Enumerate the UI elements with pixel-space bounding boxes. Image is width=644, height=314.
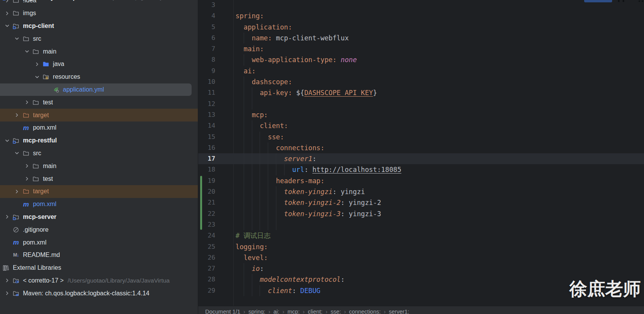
breadcrumb-item[interactable]: server1: (389, 309, 409, 314)
code-line-7[interactable]: 7 main: (198, 43, 644, 54)
tree-chevron[interactable] (22, 48, 31, 55)
tree-chevron[interactable] (32, 73, 42, 80)
code-line-19[interactable]: 19 headers-map: (198, 175, 644, 186)
breadcrumb-item[interactable]: sse: (331, 309, 341, 314)
tree-chevron[interactable] (22, 99, 31, 106)
chevron-right-icon[interactable] (4, 290, 10, 296)
chevron-right-icon[interactable] (4, 10, 10, 16)
tree-item-.gitignore[interactable]: .gitignore (0, 223, 198, 236)
code-line-10[interactable]: 10 dashscope: (198, 76, 644, 87)
code-line-5[interactable]: 5 application: (198, 22, 644, 33)
tree-chevron[interactable] (2, 0, 12, 4)
run-widget-fragment[interactable] (584, 0, 612, 2)
code-line-13[interactable]: 13 mcp: (198, 109, 644, 120)
code-area[interactable]: 34spring:5 application:6 name: mcp-clien… (198, 0, 644, 296)
tree-chevron[interactable] (2, 10, 12, 17)
chevron-down-icon[interactable] (4, 138, 10, 144)
code-line-23[interactable]: 23 (198, 219, 644, 230)
tree-chevron[interactable] (2, 213, 12, 220)
chevron-right-icon[interactable] (24, 176, 30, 182)
more-menu-fragment[interactable] (639, 0, 644, 2)
code-line-26[interactable]: 26 level: (198, 252, 644, 263)
tree-chevron[interactable] (12, 112, 22, 119)
chevron-down-icon[interactable] (14, 36, 20, 42)
tree-item-main[interactable]: main (0, 45, 198, 58)
chevron-right-icon[interactable] (4, 214, 10, 220)
code-line-12[interactable]: 12 (198, 99, 644, 109)
tree-item-src[interactable]: src (0, 147, 198, 160)
code-line-4[interactable]: 4spring: (198, 10, 644, 21)
code-line-11[interactable]: 11 api-key: ${DASHSCOPE_API_KEY} (198, 87, 644, 98)
tree-chevron[interactable] (2, 137, 12, 144)
tree-item--corretto-17-[interactable]: < corretto-17 >/Users/guotao/Library/Jav… (0, 274, 198, 287)
code-line-14[interactable]: 14 client: (198, 120, 644, 131)
tree-item-mcp-server[interactable]: mcp-server (0, 211, 198, 224)
editor-pane[interactable]: 34spring:5 application:6 name: mcp-clien… (198, 0, 644, 314)
chevron-right-icon[interactable] (24, 163, 30, 169)
code-line-20[interactable]: 20 token-yingzi: yingzi (198, 186, 644, 197)
tree-chevron[interactable] (12, 188, 22, 195)
tree-item-readme.md[interactable]: M↓README.md (0, 249, 198, 262)
tree-chevron[interactable] (32, 61, 42, 68)
tree-item-imgs[interactable]: imgs (0, 7, 198, 20)
tree-item-icon-wrap (22, 150, 30, 157)
tree-item-mcp-restful[interactable]: mcp-restful (0, 134, 198, 147)
tree-item-java[interactable]: java (0, 58, 198, 71)
code-line-22[interactable]: 22 token-yingzi-3: yingzi-3 (198, 208, 644, 219)
code-line-21[interactable]: 21 token-yingzi-2: yingzi-2 (198, 197, 644, 208)
code-line-17[interactable]: 17 server1: (198, 153, 644, 164)
tree-item-target[interactable]: target (0, 185, 198, 198)
chevron-right-icon[interactable] (14, 189, 20, 194)
chevron-right-icon[interactable] (24, 99, 30, 105)
tree-item-main[interactable]: main (0, 160, 198, 172)
tree-chevron[interactable] (12, 35, 22, 42)
code-line-6[interactable]: 6 name: mcp-client-webflux (198, 33, 644, 43)
tree-item-mcp-client[interactable]: mcp-client (0, 20, 198, 33)
chevron-down-icon[interactable] (14, 150, 20, 156)
vcs-added-marker[interactable] (200, 176, 202, 230)
code-line-24[interactable]: 24# 调试日志 (198, 230, 644, 241)
code-line-16[interactable]: 16 connections: (198, 142, 644, 153)
tree-chevron[interactable] (2, 290, 12, 297)
line-number: 9 (198, 66, 215, 76)
code-line-18[interactable]: 18 url: http://localhost:18085 (198, 164, 644, 175)
tree-item-external-libraries[interactable]: External Libraries (0, 262, 198, 274)
tree-item-src[interactable]: src (0, 32, 198, 45)
tree-item-icon-wrap (22, 35, 30, 42)
tree-item-pom.xml[interactable]: mpom.xml (0, 121, 198, 134)
chevron-down-icon[interactable] (4, 23, 10, 29)
chevron-right-icon[interactable] (4, 278, 10, 283)
tree-chevron[interactable] (12, 150, 22, 157)
breadcrumb-item[interactable]: mcp: (288, 309, 300, 314)
tree-item-maven-ch.qos.logback-logback-classic-1.4.14[interactable]: Maven: ch.qos.logback:logback-classic:1.… (0, 287, 198, 300)
code-line-15[interactable]: 15 sse: (198, 132, 644, 142)
code-line-8[interactable]: 8 web-application-type: none (198, 54, 644, 65)
tree-item-test[interactable]: test (0, 172, 198, 185)
tree-chevron-slot (42, 86, 52, 93)
chevron-right-icon[interactable] (14, 112, 20, 118)
code-line-25[interactable]: 25logging: (198, 241, 644, 252)
tree-item-application.yml[interactable]: application.yml (0, 83, 192, 96)
tree-item-resources[interactable]: resources (0, 71, 198, 83)
chevron-down-icon[interactable] (34, 74, 40, 80)
chevron-down-icon[interactable] (24, 49, 30, 54)
breadcrumb-item[interactable]: connections: (349, 309, 380, 314)
tree-chevron[interactable] (2, 23, 12, 29)
tree-item-.idea[interactable]: .idea (0, 0, 198, 7)
code-line-3[interactable]: 3 (198, 0, 644, 10)
tree-chevron[interactable] (2, 277, 12, 284)
tree-item-pom.xml[interactable]: mpom.xml (0, 236, 198, 249)
breadcrumb-item[interactable]: ai: (274, 309, 279, 314)
tree-item-test[interactable]: test (0, 96, 198, 109)
tree-item-pom.xml[interactable]: mpom.xml (0, 198, 198, 211)
breadcrumb-item[interactable]: spring: (248, 309, 265, 314)
tree-chevron[interactable] (22, 163, 31, 170)
breadcrumb-item[interactable]: client: (308, 309, 323, 314)
line-number: 4 (198, 10, 215, 21)
chevron-right-icon[interactable] (34, 61, 40, 67)
chevron-right-icon[interactable] (4, 0, 10, 3)
code-line-27[interactable]: 27 io: (198, 263, 644, 274)
code-line-9[interactable]: 9 ai: (198, 66, 644, 76)
tree-item-target[interactable]: target (0, 109, 198, 121)
tree-chevron[interactable] (22, 175, 31, 182)
